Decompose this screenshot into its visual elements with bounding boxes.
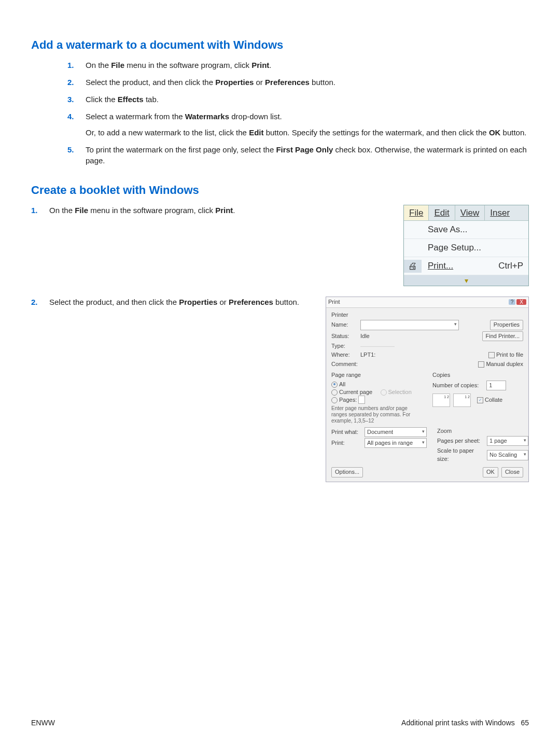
close-icon[interactable]: X [516, 299, 526, 305]
step-number: 4. [67, 111, 74, 122]
step: 3. Click the Effects tab. [67, 94, 529, 105]
print-range-dropdown[interactable]: All pages in range [365, 438, 427, 448]
print-dialog-screenshot: Print ?X Printer Name: Properties Status… [326, 297, 529, 482]
printer-group-label: Printer [331, 311, 523, 319]
scale-dropdown[interactable]: No Scaling [487, 450, 528, 460]
step: 1. On the File menu in the software prog… [67, 60, 529, 71]
page-range-all-radio[interactable] [331, 382, 338, 388]
section1-title: Add a watermark to a document with Windo… [31, 37, 529, 53]
menu-item-pagesetup[interactable]: Page Setup... [404, 239, 528, 257]
step-number: 2. [67, 77, 74, 88]
menu-item-saveas[interactable]: Save As... [404, 221, 528, 239]
printer-name-dropdown[interactable] [360, 320, 459, 330]
print-icon: 🖨 [404, 260, 422, 273]
close-button[interactable]: Close [501, 467, 523, 477]
manual-duplex-checkbox[interactable] [478, 361, 484, 368]
step: 2. Select the product, and then click th… [31, 297, 310, 307]
ok-button[interactable]: OK [483, 467, 498, 477]
menu-expand-icon[interactable]: ▾ [404, 275, 528, 286]
step: 2. Select the product, and then click th… [67, 77, 529, 88]
section1-steps: 1. On the File menu in the software prog… [31, 60, 529, 166]
print-to-file-checkbox[interactable] [488, 352, 495, 358]
menu-file[interactable]: File [404, 205, 429, 221]
properties-button[interactable]: Properties [490, 320, 523, 330]
print-shortcut: Ctrl+P [498, 260, 528, 272]
step-number: 3. [67, 94, 74, 105]
pages-per-sheet-dropdown[interactable]: 1 page [487, 436, 528, 446]
print-what-dropdown[interactable]: Document [365, 427, 427, 437]
page-range-current-radio[interactable] [331, 389, 338, 396]
menu-item-print[interactable]: 🖨 Print... Ctrl+P [404, 257, 528, 275]
step: 5. To print the watermark on the first p… [67, 144, 529, 166]
page-range-pages-radio[interactable] [331, 397, 338, 403]
collate-preview-icon: 1 2 [432, 393, 450, 407]
collate-checkbox[interactable] [477, 397, 483, 403]
page-range-selection-radio [381, 389, 387, 396]
menu-insert[interactable]: Inser [485, 205, 515, 221]
help-icon[interactable]: ? [509, 299, 516, 305]
step-number: 5. [67, 144, 74, 155]
step-number: 1. [67, 60, 74, 71]
step-number: 1. [31, 205, 38, 216]
num-copies-input[interactable]: 1 [486, 381, 506, 390]
dialog-title: Print [328, 298, 340, 306]
section2-title: Create a booklet with Windows [31, 182, 529, 199]
find-printer-button[interactable]: Find Printer... [482, 331, 523, 341]
pages-input[interactable] [358, 396, 365, 404]
step: 4. Select a watermark from the Watermark… [67, 111, 529, 138]
menu-edit[interactable]: Edit [429, 205, 455, 221]
collate-preview-icon: 1 2 [453, 393, 471, 407]
options-button[interactable]: Options... [331, 467, 363, 477]
menu-view[interactable]: View [455, 205, 485, 221]
file-menu-screenshot: File Edit View Inser Save As... Page Set… [403, 205, 529, 287]
step: 1. On the File menu in the software prog… [31, 205, 388, 216]
step-number: 2. [31, 297, 38, 307]
